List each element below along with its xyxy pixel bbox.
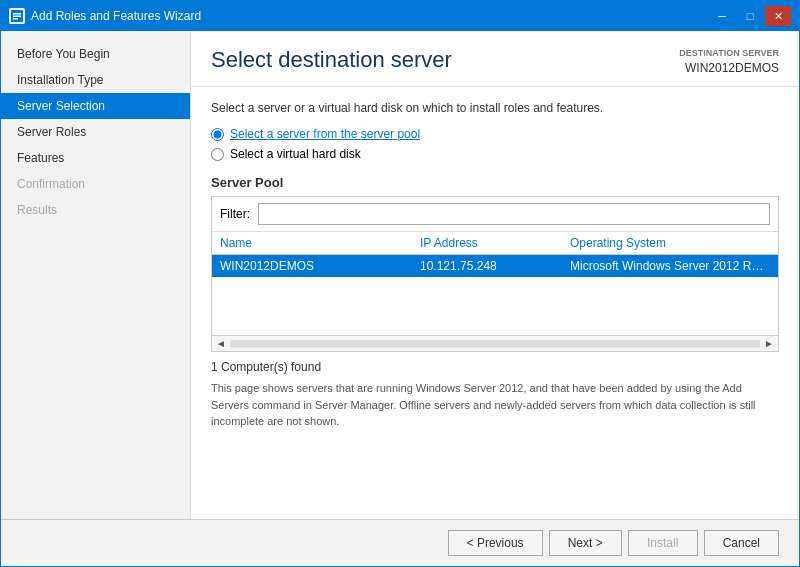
cell-name: WIN2012DEMOS [220,259,420,273]
destination-value: WIN2012DEMOS [679,60,779,77]
cell-os: Microsoft Windows Server 2012 Release Ca… [570,259,770,273]
info-text: This page shows servers that are running… [211,380,779,430]
sidebar: Before You Begin Installation Type Serve… [1,31,191,519]
sidebar-item-installation-type[interactable]: Installation Type [1,67,190,93]
install-button[interactable]: Install [628,530,698,556]
col-os-header[interactable]: Operating System [570,236,770,250]
server-pool-label: Server Pool [211,175,779,190]
col-ip-header[interactable]: IP Address [420,236,570,250]
sidebar-item-server-selection[interactable]: Server Selection [1,93,190,119]
radio-vhd-label[interactable]: Select a virtual hard disk [230,147,361,161]
table-header: Name IP Address Operating System [212,232,778,255]
description: Select a server or a virtual hard disk o… [211,101,779,115]
radio-vhd-option: Select a virtual hard disk [211,147,779,161]
cell-ip: 10.121.75.248 [420,259,570,273]
body-section: Select a server or a virtual hard disk o… [191,87,799,519]
close-button[interactable]: ✕ [765,6,791,26]
radio-vhd[interactable] [211,148,224,161]
col-name-header[interactable]: Name [220,236,420,250]
filter-row: Filter: [212,197,778,232]
filter-label: Filter: [220,207,250,221]
titlebar-left: Add Roles and Features Wizard [9,8,201,24]
destination-label: DESTINATION SERVER [679,47,779,60]
titlebar-controls: ─ □ ✕ [709,6,791,26]
svg-rect-3 [13,18,18,20]
header-section: Select destination server DESTINATION SE… [191,31,799,87]
wizard-window: Add Roles and Features Wizard ─ □ ✕ Befo… [0,0,800,567]
content-area: Before You Begin Installation Type Serve… [1,31,799,519]
svg-rect-1 [13,13,21,15]
radio-server-pool-label[interactable]: Select a server from the server pool [230,127,420,141]
sidebar-item-confirmation: Confirmation [1,171,190,197]
radio-server-pool-option: Select a server from the server pool [211,127,779,141]
scroll-track[interactable] [230,340,760,348]
scroll-left-icon[interactable]: ◄ [216,338,226,349]
scrollbar-row: ◄ ► [212,335,778,351]
sidebar-item-results: Results [1,197,190,223]
scroll-right-icon[interactable]: ► [764,338,774,349]
radio-group: Select a server from the server pool Sel… [211,127,779,161]
main-content: Select destination server DESTINATION SE… [191,31,799,519]
titlebar-title: Add Roles and Features Wizard [31,9,201,23]
next-button[interactable]: Next > [549,530,622,556]
maximize-button[interactable]: □ [737,6,763,26]
sidebar-item-before-you-begin[interactable]: Before You Begin [1,41,190,67]
destination-server: DESTINATION SERVER WIN2012DEMOS [679,47,779,76]
radio-server-pool[interactable] [211,128,224,141]
server-pool-section: Filter: Name IP Address Operating System… [211,196,779,352]
page-title: Select destination server [211,47,452,73]
minimize-button[interactable]: ─ [709,6,735,26]
table-row[interactable]: WIN2012DEMOS 10.121.75.248 Microsoft Win… [212,255,778,278]
cancel-button[interactable]: Cancel [704,530,779,556]
sidebar-item-features[interactable]: Features [1,145,190,171]
wizard-icon [9,8,25,24]
computers-found: 1 Computer(s) found [211,360,779,374]
previous-button[interactable]: < Previous [448,530,543,556]
table-body: WIN2012DEMOS 10.121.75.248 Microsoft Win… [212,255,778,335]
sidebar-item-server-roles[interactable]: Server Roles [1,119,190,145]
svg-rect-2 [13,16,21,18]
titlebar: Add Roles and Features Wizard ─ □ ✕ [1,1,799,31]
footer: < Previous Next > Install Cancel [1,519,799,566]
filter-input[interactable] [258,203,770,225]
